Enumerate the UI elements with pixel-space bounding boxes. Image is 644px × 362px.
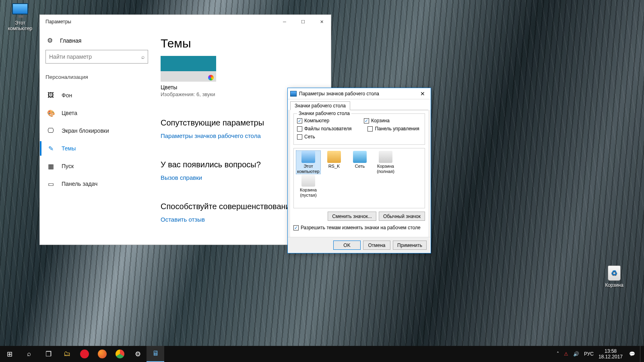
dialog-title: Параметры значков рабочего стола (299, 91, 379, 97)
action-center-icon[interactable]: 💬 (629, 351, 635, 357)
network-disconnected-icon[interactable]: ⚠ (564, 351, 568, 357)
nav-colors[interactable]: 🎨Цвета (45, 104, 157, 122)
search-placeholder: Найти параметр (49, 53, 92, 60)
taskbar-app-display[interactable]: 🖥 (147, 346, 164, 362)
recycle-empty-icon (301, 175, 315, 187)
checkbox-control-panel[interactable]: Панель управления (367, 126, 419, 132)
system-tray: ˄ ⚠ 🔊 РУС 13:58 18.12.2017 💬 (553, 346, 644, 362)
computer-icon (301, 151, 315, 163)
icon-preview-grid: Этот компьютер RS_K Сеть Корзина (полная… (293, 148, 425, 208)
page-title: Темы (161, 37, 321, 50)
desktop-icons-group: Значки рабочего стола ✓Компьютер ✓Корзин… (293, 113, 425, 145)
icon-item-network[interactable]: Сеть (348, 151, 372, 174)
palette-icon: 🎨 (47, 109, 54, 117)
show-desktop-button[interactable] (640, 346, 642, 362)
section-label: Персонализация (45, 74, 157, 80)
search-icon: ⌕ (141, 53, 144, 60)
recycle-bin-icon (608, 265, 621, 281)
start-icon: ▦ (47, 162, 54, 170)
nav-background[interactable]: 🖼Фон (45, 86, 157, 104)
folder-icon: 🗂 (64, 350, 70, 358)
nav-themes[interactable]: ✎Темы (45, 140, 157, 157)
taskbar-app-opera[interactable] (76, 346, 93, 362)
desktop-icon-label: Корзина (599, 282, 630, 288)
close-button[interactable]: ✕ (312, 15, 331, 29)
picture-icon: 🖼 (47, 92, 54, 99)
icon-item-recycle-empty[interactable]: Корзина (пустая) (296, 175, 320, 197)
cancel-button[interactable]: Отмена (363, 241, 390, 250)
home-label: Главная (60, 37, 81, 44)
themes-icon: ✎ (47, 145, 54, 152)
taskbar-app-explorer[interactable]: 🗂 (58, 346, 76, 362)
dialog-tabs: Значки рабочего стола (288, 99, 431, 110)
icon-item-this-pc[interactable]: Этот компьютер (296, 151, 320, 174)
checkbox-user-files[interactable]: Файлы пользователя (297, 126, 351, 132)
lockscreen-icon: 🖵 (47, 127, 54, 134)
task-view-button[interactable]: ❐ (39, 346, 58, 362)
desktop-icon-label: Этот компьютер (5, 20, 35, 31)
icon-item-user[interactable]: RS_K (322, 151, 346, 174)
gear-icon: ⚙ (135, 350, 141, 358)
maximize-button[interactable]: ☐ (294, 15, 312, 29)
change-icon-button[interactable]: Сменить значок... (328, 212, 376, 221)
icon-item-recycle-full[interactable]: Корзина (полная) (374, 151, 398, 174)
checkbox-allow-themes[interactable]: ✓Разрешить темам изменять значки на рабо… (293, 225, 425, 230)
theme-thumbnail[interactable] (161, 56, 216, 82)
clock-date: 18.12.2017 (599, 354, 623, 360)
volume-icon[interactable]: 🔊 (573, 351, 579, 357)
display-icon: 🖥 (152, 350, 159, 358)
default-icon-button[interactable]: Обычный значок (379, 212, 425, 221)
clock[interactable]: 13:58 18.12.2017 (599, 348, 624, 360)
start-button[interactable]: ⊞ (0, 346, 19, 362)
dialog-titlebar[interactable]: Параметры значков рабочего стола ✕ (288, 88, 431, 99)
checkbox-network[interactable]: Сеть (297, 134, 315, 140)
firefox-icon (98, 350, 107, 358)
window-title: Параметры (45, 19, 71, 25)
taskbar-app-chrome[interactable] (111, 346, 129, 362)
settings-titlebar[interactable]: Параметры ─ ☐ ✕ (40, 15, 331, 29)
user-folder-icon (327, 151, 341, 163)
nav-lockscreen[interactable]: 🖵Экран блокировки (45, 122, 157, 140)
apply-button[interactable]: Применить (393, 241, 427, 250)
close-button[interactable]: ✕ (415, 90, 431, 97)
tab-desktop-icons[interactable]: Значки рабочего стола (290, 101, 350, 110)
taskbar-icon: ▭ (47, 180, 54, 188)
taskbar-app-firefox[interactable] (93, 346, 111, 362)
input-language[interactable]: РУС (584, 351, 594, 357)
settings-sidebar: ⚙ Главная Найти параметр ⌕ Персонализаци… (40, 29, 157, 245)
computer-icon (12, 3, 28, 14)
taskbar-app-settings[interactable]: ⚙ (129, 346, 147, 362)
minimize-button[interactable]: ─ (275, 15, 294, 29)
nav-start[interactable]: ▦Пуск (45, 157, 157, 175)
network-icon (353, 151, 367, 163)
desktop-icon-recycle-bin[interactable]: Корзина (599, 265, 630, 288)
recycle-full-icon (379, 151, 392, 163)
ok-button[interactable]: OK (333, 241, 361, 250)
desktop-icon-settings-dialog: Параметры значков рабочего стола ✕ Значк… (287, 88, 431, 253)
clock-time: 13:58 (599, 348, 623, 354)
desktop-icon-this-pc[interactable]: Этот компьютер (5, 3, 35, 31)
chrome-icon (116, 350, 124, 358)
dialog-icon (290, 91, 297, 97)
opera-icon (80, 350, 89, 358)
search-input[interactable]: Найти параметр ⌕ (45, 50, 148, 64)
taskbar: ⊞ ⌕ ❐ 🗂 ⚙ 🖥 ˄ ⚠ 🔊 РУС 13:58 18.12.2017 💬 (0, 346, 644, 362)
gear-icon: ⚙ (46, 37, 54, 44)
home-link[interactable]: ⚙ Главная (45, 34, 157, 50)
nav-taskbar[interactable]: ▭Панель задач (45, 175, 157, 193)
search-button[interactable]: ⌕ (19, 346, 39, 362)
tray-chevron-icon[interactable]: ˄ (557, 351, 559, 357)
checkbox-recycle-bin[interactable]: ✓Корзина (364, 118, 390, 123)
checkbox-computer[interactable]: ✓Компьютер (297, 118, 329, 123)
group-label: Значки рабочего стола (297, 111, 351, 116)
